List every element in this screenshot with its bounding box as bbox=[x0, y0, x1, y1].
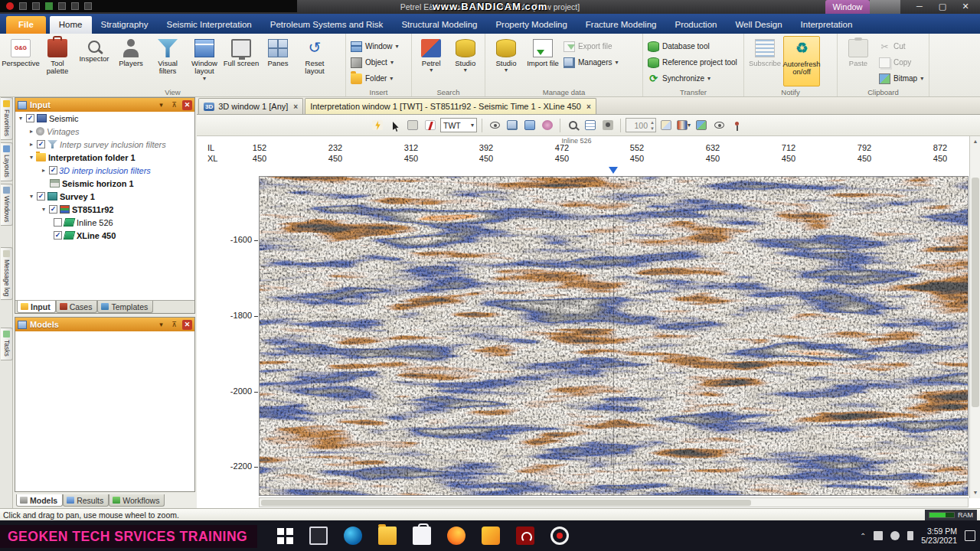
close-tab-icon[interactable]: × bbox=[585, 103, 591, 111]
tree-item-seismic[interactable]: ▾ ✓ Seismic bbox=[15, 112, 194, 125]
window-grid-icon[interactable] bbox=[505, 118, 520, 133]
insert-window-button[interactable]: Window ▾ bbox=[348, 39, 401, 54]
volume-icon[interactable] bbox=[907, 531, 913, 540]
tab-home[interactable]: Home bbox=[50, 16, 92, 34]
expand-icon[interactable]: ▸ bbox=[40, 167, 47, 174]
minimize-icon[interactable]: ─ bbox=[908, 0, 931, 14]
bandicam-button-icon[interactable] bbox=[58, 2, 66, 10]
tree-item-survey[interactable]: ▾ ✓ Survey 1 bbox=[15, 190, 194, 203]
tab-cases[interactable]: Cases bbox=[56, 301, 98, 313]
maximize-icon[interactable]: ▢ bbox=[931, 0, 954, 14]
close-panel-icon[interactable]: ✕ bbox=[182, 100, 192, 110]
models-tree-empty[interactable] bbox=[15, 331, 194, 491]
spinner-arrows-icon[interactable]: ▲▼ bbox=[650, 119, 655, 132]
reference-project-tool-button[interactable]: Reference project tool bbox=[645, 55, 740, 70]
split-view-icon[interactable] bbox=[405, 118, 420, 133]
percent-scale-icon[interactable] bbox=[658, 118, 674, 133]
bandicam-button-icon[interactable] bbox=[45, 2, 53, 10]
close-tab-icon[interactable]: × bbox=[292, 103, 298, 111]
autorefresh-button[interactable]: ♻ Autorefresh on/off bbox=[783, 36, 820, 86]
tree-item-interpretation-folder[interactable]: ▾ Interpretation folder 1 bbox=[15, 151, 194, 164]
expand-icon[interactable]: ▾ bbox=[28, 193, 35, 200]
expand-icon[interactable]: ▸ bbox=[28, 128, 35, 135]
close-panel-icon[interactable]: ✕ bbox=[182, 320, 192, 330]
seismic-section-image[interactable] bbox=[259, 176, 969, 496]
expand-icon[interactable]: ▾ bbox=[40, 206, 47, 213]
overlay-icon[interactable] bbox=[522, 118, 537, 133]
tab-templates[interactable]: Templates bbox=[97, 301, 153, 313]
zoom-level-input[interactable]: 100 ▲▼ bbox=[626, 118, 656, 132]
database-tool-button[interactable]: Database tool bbox=[645, 39, 740, 54]
edge-browser-icon[interactable] bbox=[344, 527, 362, 545]
tree-item-seismic-horizon[interactable]: Seismic horizon 1 bbox=[15, 177, 194, 190]
image-export-icon[interactable] bbox=[694, 118, 709, 133]
synchronize-button[interactable]: ⟳ Synchronize ▾ bbox=[645, 71, 740, 86]
expand-icon[interactable]: ▸ bbox=[28, 141, 35, 148]
manage-studio-button[interactable]: Studio ▾ bbox=[488, 36, 524, 86]
tab-stratigraphy[interactable]: Stratigraphy bbox=[92, 16, 158, 34]
tab-interpretation[interactable]: Interpretation bbox=[792, 16, 862, 34]
tab-well-design[interactable]: Well Design bbox=[726, 16, 791, 34]
domain-select[interactable]: TWT ▾ bbox=[440, 118, 477, 132]
tab-structural-modeling[interactable]: Structural Modeling bbox=[392, 16, 486, 34]
bandicam-button-icon[interactable] bbox=[71, 2, 79, 10]
sidebar-tab-tasks[interactable]: Tasks bbox=[1, 328, 13, 360]
tree-item-st8511r92[interactable]: ▾ ✓ ST8511r92 bbox=[15, 203, 194, 216]
chevron-down-icon[interactable]: ▾ bbox=[156, 100, 166, 110]
bandicam-button-icon[interactable] bbox=[84, 2, 92, 10]
checkbox-checked[interactable]: ✓ bbox=[37, 192, 45, 201]
full-screen-button[interactable]: Full screen bbox=[223, 36, 260, 86]
reset-layout-button[interactable]: ↺ Reset layout bbox=[296, 36, 333, 86]
clock[interactable]: 3:59 PM 5/23/2021 bbox=[921, 527, 957, 545]
record-icon[interactable] bbox=[6, 2, 14, 10]
flash-tool-icon[interactable] bbox=[370, 118, 385, 133]
paste-button[interactable]: Paste bbox=[840, 36, 877, 86]
close-icon[interactable]: ✕ bbox=[954, 0, 977, 14]
file-explorer-icon[interactable] bbox=[378, 527, 397, 545]
petrel-taskbar-icon[interactable] bbox=[482, 527, 500, 545]
annotation-star-icon[interactable] bbox=[540, 118, 555, 133]
subscribe-button[interactable]: Subscribe bbox=[746, 36, 783, 86]
managers-button[interactable]: Managers ▾ bbox=[561, 55, 620, 70]
vertical-scrollbar[interactable]: ▲ ▼ bbox=[969, 136, 980, 498]
select-cursor-icon[interactable] bbox=[387, 118, 403, 133]
acrobat-icon[interactable] bbox=[516, 527, 534, 545]
tab-fracture-modeling[interactable]: Fracture Modeling bbox=[577, 16, 666, 34]
firefox-icon[interactable] bbox=[447, 527, 466, 545]
tab-file[interactable]: File bbox=[6, 16, 46, 34]
horizontal-scrollbar[interactable] bbox=[259, 497, 969, 507]
tab-input[interactable]: Input bbox=[17, 301, 56, 313]
perspective-button[interactable]: G&G Perspective bbox=[2, 36, 39, 86]
zoom-tool-icon[interactable] bbox=[565, 118, 580, 133]
copy-button[interactable]: Copy bbox=[877, 55, 926, 70]
tab-seismic-interpretation[interactable]: Seismic Interpretation bbox=[158, 16, 261, 34]
sidebar-tab-layouts[interactable]: Layouts bbox=[1, 142, 13, 181]
tab-workflows[interactable]: Workflows bbox=[109, 494, 165, 507]
checkbox-checked[interactable]: ✓ bbox=[54, 231, 62, 240]
import-file-button[interactable]: Import file bbox=[524, 36, 561, 86]
export-file-button[interactable]: Export file bbox=[561, 39, 620, 54]
window-layout-button[interactable]: Window layout ▾ bbox=[186, 36, 223, 86]
sidebar-tab-message-log[interactable]: Message log bbox=[1, 247, 13, 300]
network-icon[interactable] bbox=[890, 531, 900, 540]
action-center-icon[interactable] bbox=[965, 530, 975, 541]
players-button[interactable]: Players bbox=[113, 36, 149, 86]
checkbox-checked[interactable]: ✓ bbox=[49, 166, 57, 174]
bandicam-button-icon[interactable] bbox=[32, 2, 40, 10]
search-petrel-button[interactable]: Petrel ▾ bbox=[414, 36, 449, 86]
sidebar-tab-windows[interactable]: Windows bbox=[1, 184, 13, 226]
task-view-icon[interactable] bbox=[309, 527, 328, 545]
tab-petroleum-systems[interactable]: Petroleum Systems and Risk bbox=[261, 16, 393, 34]
fault-interpretation-icon[interactable] bbox=[423, 118, 438, 133]
pin-icon[interactable]: ⊼ bbox=[169, 100, 179, 110]
seismic-viewport[interactable]: Inline 526 IL XL 152450 232450 312450 39… bbox=[197, 136, 969, 508]
start-button-icon[interactable] bbox=[277, 528, 293, 544]
expand-icon[interactable]: ▾ bbox=[28, 154, 35, 161]
tree-item-xline-450[interactable]: ✓ XLine 450 bbox=[15, 229, 194, 242]
bitmap-button[interactable]: Bitmap ▾ bbox=[877, 71, 926, 86]
checkbox-checked[interactable]: ✓ bbox=[37, 140, 45, 148]
search-studio-button[interactable]: Studio ▾ bbox=[449, 36, 483, 86]
tab-3d-window[interactable]: 3D 3D window 1 [Any] × bbox=[198, 98, 303, 114]
pin-icon[interactable] bbox=[729, 118, 744, 133]
pin-icon[interactable]: ⊼ bbox=[169, 320, 179, 330]
